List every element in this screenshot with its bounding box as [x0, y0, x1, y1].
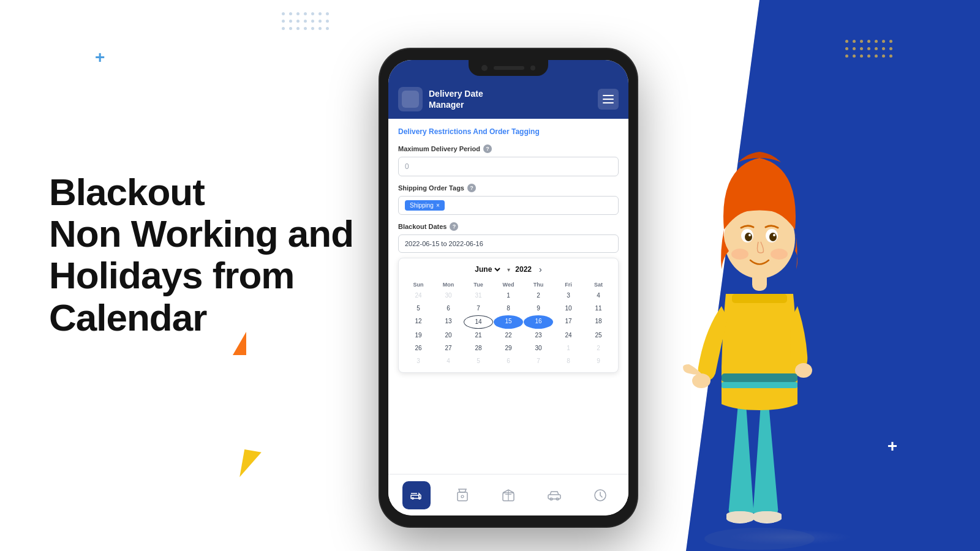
cal-day[interactable]: 26 [404, 342, 433, 354]
tag-remove-button[interactable]: × [436, 202, 440, 209]
plus-icon-right: + [888, 437, 897, 456]
hamburger-menu-button[interactable] [598, 89, 619, 110]
svg-point-17 [795, 363, 812, 378]
svg-rect-29 [722, 382, 797, 388]
cal-day[interactable]: 25 [584, 329, 613, 342]
calendar-next-icon[interactable]: › [537, 263, 545, 276]
cal-day[interactable]: 8 [554, 355, 583, 367]
cal-day[interactable]: 11 [584, 302, 613, 315]
calendar-day-headers: Sun Mon Tue Wed Thu Fri Sat 24 30 31 1 2… [404, 280, 613, 367]
cal-day-16-selected-end[interactable]: 16 [524, 315, 553, 329]
blackout-dates-input[interactable]: 2022-06-15 to 2022-06-16 [398, 234, 619, 253]
cal-day[interactable]: 1 [494, 290, 523, 302]
cal-day[interactable]: 4 [584, 290, 613, 302]
delivery-truck-icon [409, 488, 424, 503]
svg-point-25 [773, 234, 775, 236]
cal-day[interactable]: 9 [524, 302, 553, 315]
svg-point-23 [769, 233, 777, 241]
shipping-tags-label: Shipping Order Tags ? [398, 184, 619, 192]
phone-outer-frame: 🚚 Delivery Date Manager [380, 49, 637, 527]
3d-character [649, 110, 870, 551]
svg-point-22 [745, 233, 752, 241]
cal-day[interactable]: 17 [554, 315, 583, 329]
dots-decoration-top-center [282, 12, 331, 32]
cal-day[interactable]: 3 [554, 290, 583, 302]
dots-decoration-top-right [845, 40, 894, 59]
svg-point-16 [692, 373, 710, 388]
max-delivery-input[interactable]: 0 [398, 157, 619, 176]
blackout-dates-help-icon[interactable]: ? [450, 222, 458, 231]
headline-line2: Non Working and [49, 213, 386, 255]
cal-day[interactable]: 30 [524, 342, 553, 354]
phone-mockup: 🚚 Delivery Date Manager [380, 49, 637, 527]
max-delivery-label: Maximum Delivery Period ? [398, 144, 619, 153]
cal-day[interactable]: 3 [404, 355, 433, 367]
cal-day[interactable]: 5 [404, 302, 433, 315]
cal-day[interactable]: 22 [494, 329, 523, 342]
cal-day-14[interactable]: 14 [464, 315, 493, 329]
cal-day[interactable]: 2 [584, 342, 613, 354]
cal-day[interactable]: 31 [464, 290, 493, 302]
cal-day[interactable]: 7 [464, 302, 493, 315]
cal-day[interactable]: 10 [554, 302, 583, 315]
nav-icon-order[interactable] [448, 481, 477, 509]
cal-day[interactable]: 1 [554, 342, 583, 354]
section-title: Delivery Restrictions And Order Tagging [398, 127, 619, 136]
svg-rect-5 [458, 492, 467, 501]
cal-day[interactable]: 4 [434, 355, 463, 367]
cal-day[interactable]: 9 [584, 355, 613, 367]
clock-icon [593, 488, 608, 503]
cal-day[interactable]: 19 [404, 329, 433, 342]
cal-day[interactable]: 24 [554, 329, 583, 342]
cal-day[interactable]: 20 [434, 329, 463, 342]
plus-icon-left: + [95, 48, 105, 67]
cal-day-15-selected-start[interactable]: 15 [494, 315, 523, 329]
notch-camera [481, 65, 488, 71]
shipping-tag-chip: Shipping × [405, 200, 445, 211]
app-logo-icon: 🚚 [398, 87, 423, 111]
notch-speaker [494, 66, 524, 70]
cal-day[interactable]: 5 [464, 355, 493, 367]
cal-day[interactable]: 2 [524, 290, 553, 302]
svg-point-24 [748, 234, 751, 236]
cal-day[interactable]: 24 [404, 290, 433, 302]
nav-icon-delivery[interactable] [402, 481, 431, 509]
cal-day[interactable]: 30 [434, 290, 463, 302]
cal-day[interactable]: 28 [464, 342, 493, 354]
calendar-chevron-down-icon: ▾ [507, 266, 510, 273]
calendar-header: June ▾ 2022 › [404, 263, 613, 276]
cal-day[interactable]: 6 [494, 355, 523, 367]
svg-rect-15 [732, 294, 787, 303]
cal-day[interactable]: 29 [494, 342, 523, 354]
notch-dot [530, 66, 535, 70]
cal-day[interactable]: 27 [434, 342, 463, 354]
svg-point-12 [704, 528, 815, 550]
cal-day[interactable]: 12 [404, 315, 433, 329]
shipping-tags-help-icon[interactable]: ? [467, 184, 476, 192]
blackout-dates-label: Blackout Dates ? [398, 222, 619, 231]
left-headline: Blackout Non Working and Holidays from C… [49, 171, 386, 339]
svg-rect-0 [402, 91, 419, 108]
cal-day[interactable]: 13 [434, 315, 463, 329]
order-icon [455, 488, 470, 503]
bottom-navigation [388, 474, 628, 515]
cal-day[interactable]: 18 [584, 315, 613, 329]
nav-icon-package[interactable] [494, 481, 522, 509]
nav-icon-car[interactable] [540, 481, 568, 509]
cal-day[interactable]: 23 [524, 329, 553, 342]
cal-day[interactable]: 21 [464, 329, 493, 342]
calendar-year: 2022 [515, 265, 532, 274]
shipping-tags-input[interactable]: Shipping × [398, 196, 619, 215]
cal-day[interactable]: 7 [524, 355, 553, 367]
headline-line4: Calendar [49, 297, 386, 339]
svg-point-6 [461, 495, 464, 498]
phone-screen: 🚚 Delivery Date Manager [388, 60, 628, 515]
hamburger-icon [603, 95, 614, 103]
month-selector[interactable]: June [472, 264, 502, 274]
max-delivery-help-icon[interactable]: ? [483, 144, 492, 153]
nav-icon-clock[interactable] [586, 481, 614, 509]
svg-rect-28 [722, 373, 797, 382]
cal-day[interactable]: 6 [434, 302, 463, 315]
phone-notch [469, 60, 548, 76]
cal-day[interactable]: 8 [494, 302, 523, 315]
